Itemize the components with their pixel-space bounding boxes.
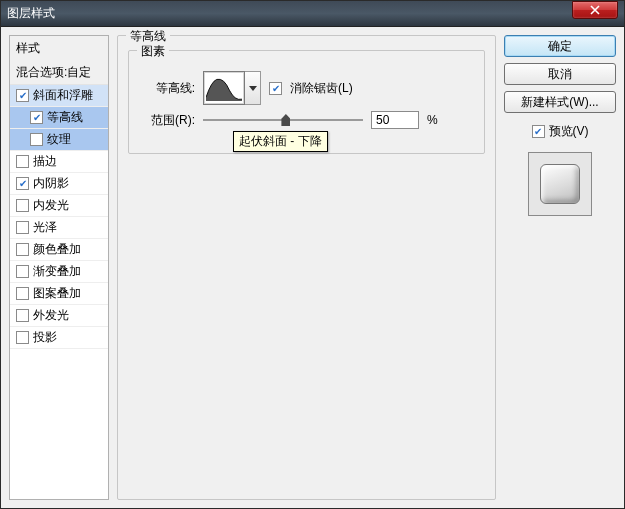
range-input[interactable] [371, 111, 419, 129]
style-item[interactable]: 光泽 [10, 217, 108, 239]
style-item-label: 外发光 [33, 307, 69, 324]
button-column: 确定 取消 新建样式(W)... 预览(V) [504, 35, 616, 500]
style-item[interactable]: 斜面和浮雕 [10, 85, 108, 107]
style-item-label: 光泽 [33, 219, 57, 236]
style-checkbox[interactable] [30, 111, 43, 124]
style-item-label: 内阴影 [33, 175, 69, 192]
window-title: 图层样式 [7, 5, 55, 22]
range-thumb[interactable] [281, 114, 290, 126]
style-checkbox[interactable] [16, 89, 29, 102]
style-item-label: 渐变叠加 [33, 263, 81, 280]
chevron-down-icon [249, 86, 257, 91]
style-checkbox[interactable] [16, 265, 29, 278]
main-panel: 等高线 图素 等高线: [117, 35, 496, 500]
style-item[interactable]: 等高线 [10, 107, 108, 129]
style-item[interactable]: 投影 [10, 327, 108, 349]
ok-button[interactable]: 确定 [504, 35, 616, 57]
style-item[interactable]: 渐变叠加 [10, 261, 108, 283]
range-slider[interactable]: 起伏斜面 - 下降 [203, 113, 363, 127]
style-checkbox[interactable] [16, 221, 29, 234]
range-unit: % [427, 113, 438, 127]
style-checkbox[interactable] [16, 309, 29, 322]
contour-label: 等高线: [139, 80, 195, 97]
preview-checkbox[interactable] [532, 125, 545, 138]
style-item[interactable]: 内发光 [10, 195, 108, 217]
style-item-label: 描边 [33, 153, 57, 170]
preview-swatch [540, 164, 580, 204]
antialias-checkbox[interactable] [269, 82, 282, 95]
inner-legend: 图素 [137, 43, 169, 60]
contour-dropdown[interactable] [245, 71, 261, 105]
contour-tooltip: 起伏斜面 - 下降 [233, 131, 328, 152]
style-item-label: 纹理 [47, 131, 71, 148]
style-item-label: 颜色叠加 [33, 241, 81, 258]
style-list: 样式 混合选项:自定 斜面和浮雕等高线纹理描边内阴影内发光光泽颜色叠加渐变叠加图… [9, 35, 109, 500]
style-item-label: 图案叠加 [33, 285, 81, 302]
style-checkbox[interactable] [16, 287, 29, 300]
style-item-label: 斜面和浮雕 [33, 87, 93, 104]
close-icon [590, 5, 600, 15]
style-checkbox[interactable] [16, 199, 29, 212]
preview-label: 预览(V) [549, 123, 589, 140]
style-item[interactable]: 内阴影 [10, 173, 108, 195]
style-item[interactable]: 图案叠加 [10, 283, 108, 305]
range-label: 范围(R): [139, 112, 195, 129]
style-item[interactable]: 纹理 [10, 129, 108, 151]
style-preview [528, 152, 592, 216]
cancel-button[interactable]: 取消 [504, 63, 616, 85]
style-checkbox[interactable] [16, 243, 29, 256]
contour-picker[interactable] [203, 71, 245, 105]
titlebar[interactable]: 图层样式 [1, 1, 624, 27]
style-checkbox[interactable] [30, 133, 43, 146]
style-checkbox[interactable] [16, 177, 29, 190]
contour-group: 等高线 图素 等高线: [117, 35, 496, 500]
style-item-label: 内发光 [33, 197, 69, 214]
style-item[interactable]: 外发光 [10, 305, 108, 327]
style-item[interactable]: 描边 [10, 151, 108, 173]
blend-options[interactable]: 混合选项:自定 [10, 61, 108, 85]
close-button[interactable] [572, 1, 618, 19]
elements-group: 图素 等高线: [128, 50, 485, 154]
new-style-button[interactable]: 新建样式(W)... [504, 91, 616, 113]
style-item[interactable]: 颜色叠加 [10, 239, 108, 261]
style-list-header: 样式 [10, 36, 108, 61]
antialias-label: 消除锯齿(L) [290, 80, 353, 97]
style-item-label: 投影 [33, 329, 57, 346]
style-checkbox[interactable] [16, 155, 29, 168]
layer-style-dialog: 图层样式 样式 混合选项:自定 斜面和浮雕等高线纹理描边内阴影内发光光泽颜色叠加… [0, 0, 625, 509]
style-checkbox[interactable] [16, 331, 29, 344]
style-item-label: 等高线 [47, 109, 83, 126]
